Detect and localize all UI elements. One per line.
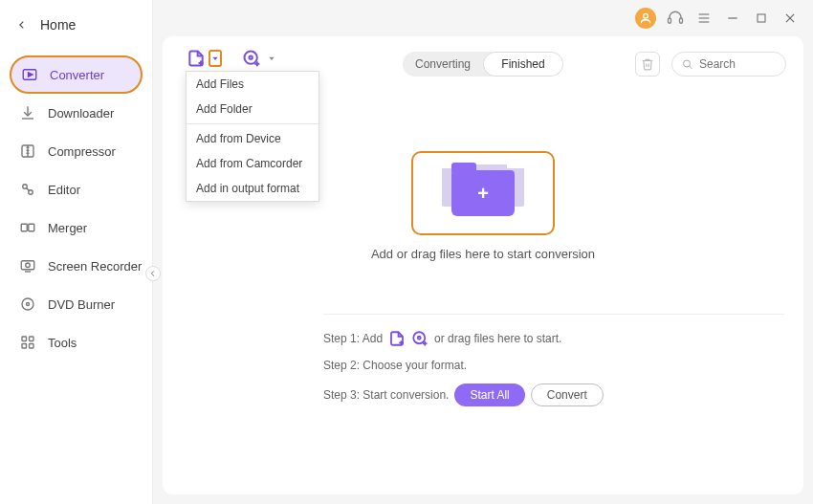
sidebar-item-label: Converter [50, 68, 104, 82]
svg-rect-20 [21, 224, 27, 231]
add-dvd-icon[interactable] [241, 48, 262, 69]
svg-rect-30 [30, 344, 34, 349]
sidebar-item-label: DVD Burner [48, 297, 115, 312]
svg-point-0 [644, 13, 648, 18]
minimize-button[interactable] [723, 9, 742, 28]
trash-icon[interactable] [635, 52, 660, 77]
compressor-icon [19, 142, 36, 160]
dropdown-item-add-from-device[interactable]: Add from Device [187, 126, 319, 151]
start-all-button[interactable]: Start All [454, 383, 524, 406]
svg-rect-22 [21, 261, 34, 270]
svg-rect-28 [30, 337, 34, 341]
svg-marker-38 [269, 57, 274, 60]
svg-line-40 [690, 66, 692, 69]
close-button[interactable] [780, 9, 800, 28]
segment-converting[interactable]: Converting [403, 52, 483, 77]
dropdown-item-add-folder[interactable]: Add Folder [187, 97, 319, 121]
search-box[interactable] [671, 52, 786, 77]
step-2: Step 2: Choose your format. [323, 359, 784, 372]
screen-recorder-icon [19, 257, 36, 274]
sidebar-item-dvd-burner[interactable]: DVD Burner [10, 285, 143, 323]
sidebar-item-label: Tools [48, 336, 77, 350]
step-3: Step 3: Start conversion. Start All Conv… [323, 383, 784, 406]
status-segment: Converting Finished [403, 52, 563, 77]
converter-icon [21, 66, 38, 83]
hamburger-menu-icon[interactable] [694, 9, 714, 28]
merger-icon [19, 219, 36, 236]
add-file-mini-icon[interactable] [388, 330, 406, 347]
sidebar: Home Converter Downloader Compressor Edi… [0, 0, 153, 504]
svg-marker-33 [212, 57, 217, 60]
sidebar-item-label: Editor [48, 183, 80, 197]
sidebar-item-label: Downloader [48, 106, 114, 121]
svg-rect-27 [22, 337, 27, 341]
downloader-icon [19, 104, 36, 121]
svg-point-26 [27, 303, 30, 306]
sidebar-item-label: Screen Recorder [48, 259, 142, 274]
sidebar-item-compressor[interactable]: Compressor [10, 132, 143, 170]
dropzone-label: Add or drag files here to start conversi… [306, 247, 660, 261]
add-dvd-dropdown-caret[interactable] [268, 55, 275, 62]
maximize-button[interactable] [752, 9, 771, 28]
step-1: Step 1: Add or drag files here to start. [323, 330, 784, 347]
svg-rect-2 [680, 18, 683, 23]
add-file-dropdown-toggle[interactable] [209, 50, 222, 67]
dropzone[interactable]: + [411, 151, 555, 235]
svg-point-43 [413, 332, 425, 343]
segment-finished[interactable]: Finished [483, 52, 563, 77]
add-dvd-mini-icon[interactable] [411, 330, 428, 347]
folder-plus-icon: + [451, 170, 515, 216]
user-avatar-icon[interactable] [635, 8, 656, 29]
svg-point-34 [245, 52, 257, 64]
svg-point-25 [22, 298, 33, 310]
search-input[interactable] [699, 57, 776, 71]
svg-point-39 [684, 60, 691, 67]
svg-rect-21 [29, 224, 34, 231]
back-icon[interactable] [17, 20, 27, 30]
steps-panel: Step 1: Add or drag files here to start.… [323, 314, 784, 418]
sidebar-item-label: Compressor [48, 144, 116, 159]
add-file-icon[interactable] [186, 48, 207, 69]
svg-point-23 [26, 263, 31, 268]
support-icon[interactable] [666, 9, 685, 28]
tools-icon [19, 334, 36, 351]
dropdown-item-add-from-camcorder[interactable]: Add from Camcorder [187, 151, 319, 176]
add-dropdown-menu: Add Files Add Folder Add from Device Add… [186, 71, 319, 202]
svg-rect-29 [22, 344, 27, 349]
sidebar-item-screen-recorder[interactable]: Screen Recorder [10, 247, 143, 285]
main-panel: Add Files Add Folder Add from Device Add… [163, 36, 803, 494]
search-icon [682, 58, 693, 71]
dropdown-divider [187, 123, 319, 124]
sidebar-item-editor[interactable]: Editor [10, 170, 143, 208]
editor-icon [19, 181, 36, 198]
home-label[interactable]: Home [40, 17, 76, 33]
dropdown-item-add-files[interactable]: Add Files [187, 72, 319, 97]
svg-rect-7 [758, 14, 765, 22]
svg-line-19 [27, 188, 30, 191]
svg-rect-1 [669, 18, 671, 23]
sidebar-item-label: Merger [48, 221, 87, 235]
svg-point-35 [250, 56, 253, 59]
convert-button[interactable]: Convert [531, 383, 604, 406]
sidebar-item-tools[interactable]: Tools [10, 323, 143, 362]
dvd-burner-icon [19, 296, 36, 313]
sidebar-item-merger[interactable]: Merger [10, 208, 143, 247]
svg-marker-11 [29, 73, 33, 77]
svg-point-44 [418, 337, 421, 340]
sidebar-item-downloader[interactable]: Downloader [10, 94, 143, 132]
sidebar-collapse-icon[interactable] [145, 266, 161, 281]
dropdown-item-add-in-output-format[interactable]: Add in output format [187, 176, 319, 201]
sidebar-item-converter[interactable]: Converter [10, 55, 143, 94]
